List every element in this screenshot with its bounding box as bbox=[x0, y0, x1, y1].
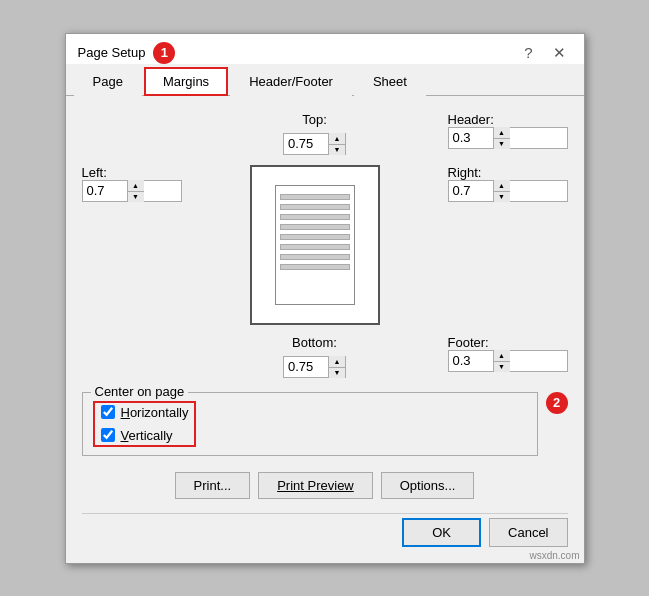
header-input[interactable] bbox=[449, 128, 493, 148]
page-setup-dialog: Page Setup 1 ? ✕ Page Margins Header/Foo… bbox=[65, 33, 585, 564]
top-field-group: Top: ▲ ▼ bbox=[283, 112, 346, 155]
header-down-btn[interactable]: ▼ bbox=[494, 138, 510, 149]
tab-page[interactable]: Page bbox=[74, 67, 142, 96]
right-down-btn[interactable]: ▼ bbox=[494, 191, 510, 202]
bottom-section: Bottom: ▲ ▼ Footer: ▲ ▼ bbox=[82, 335, 568, 378]
bottom-label: Bottom: bbox=[292, 335, 337, 350]
horizontally-checkbox[interactable] bbox=[101, 405, 115, 419]
vertically-row[interactable]: Vertically bbox=[101, 428, 189, 443]
center-on-page-group: Center on page Horizontally Vertically bbox=[82, 392, 538, 456]
left-down-btn[interactable]: ▼ bbox=[128, 191, 144, 202]
tab-margins[interactable]: Margins bbox=[144, 67, 228, 96]
right-up-btn[interactable]: ▲ bbox=[494, 180, 510, 191]
page-preview bbox=[250, 165, 380, 325]
top-label: Top: bbox=[302, 112, 327, 127]
checkboxes-highlight: Horizontally Vertically bbox=[93, 401, 197, 447]
help-button[interactable]: ? bbox=[518, 43, 538, 62]
ok-cancel-row: OK Cancel bbox=[82, 513, 568, 547]
print-preview-button[interactable]: Print Preview bbox=[258, 472, 373, 499]
footer-input[interactable] bbox=[449, 351, 493, 371]
left-label: Left: bbox=[82, 165, 107, 180]
bottom-input[interactable] bbox=[284, 357, 328, 377]
dialog-title: Page Setup bbox=[78, 45, 146, 60]
top-up-btn[interactable]: ▲ bbox=[329, 133, 345, 144]
right-label: Right: bbox=[448, 165, 482, 180]
top-spinner[interactable]: ▲ ▼ bbox=[283, 133, 346, 155]
footer-up-btn[interactable]: ▲ bbox=[494, 350, 510, 361]
horizontally-label: Horizontally bbox=[121, 405, 189, 420]
bottom-up-btn[interactable]: ▲ bbox=[329, 356, 345, 367]
bottom-spinner[interactable]: ▲ ▼ bbox=[283, 356, 346, 378]
print-button[interactable]: Print... bbox=[175, 472, 251, 499]
action-buttons: Print... Print Preview Options... bbox=[82, 472, 568, 499]
ok-button[interactable]: OK bbox=[402, 518, 481, 547]
right-field-group: Right: ▲ ▼ bbox=[448, 165, 568, 202]
left-field-group: Left: ▲ ▼ bbox=[82, 165, 182, 202]
badge-2: 2 bbox=[546, 392, 568, 414]
tab-header-footer[interactable]: Header/Footer bbox=[230, 67, 352, 96]
preview-inner bbox=[275, 185, 355, 305]
vertically-checkbox[interactable] bbox=[101, 428, 115, 442]
header-label: Header: bbox=[448, 112, 494, 127]
vertically-label: Vertically bbox=[121, 428, 173, 443]
left-up-btn[interactable]: ▲ bbox=[128, 180, 144, 191]
center-on-page-legend: Center on page bbox=[91, 384, 189, 399]
watermark: wsxdn.com bbox=[529, 550, 579, 561]
top-down-btn[interactable]: ▼ bbox=[329, 144, 345, 155]
top-input[interactable] bbox=[284, 134, 328, 154]
tabs-bar: Page Margins Header/Footer Sheet bbox=[66, 66, 584, 96]
right-input[interactable] bbox=[449, 181, 493, 201]
footer-spinner[interactable]: ▲ ▼ bbox=[448, 350, 568, 372]
badge-1: 1 bbox=[153, 42, 175, 64]
header-spinner[interactable]: ▲ ▼ bbox=[448, 127, 568, 149]
footer-label: Footer: bbox=[448, 335, 489, 350]
title-bar: Page Setup 1 ? ✕ bbox=[66, 34, 584, 64]
left-input[interactable] bbox=[83, 181, 127, 201]
header-field-group: Header: ▲ ▼ bbox=[448, 112, 568, 149]
top-section: Top: ▲ ▼ Header: ▲ ▼ bbox=[82, 112, 568, 155]
header-up-btn[interactable]: ▲ bbox=[494, 127, 510, 138]
bottom-down-btn[interactable]: ▼ bbox=[329, 367, 345, 378]
options-button[interactable]: Options... bbox=[381, 472, 475, 499]
tab-sheet[interactable]: Sheet bbox=[354, 67, 426, 96]
right-spinner[interactable]: ▲ ▼ bbox=[448, 180, 568, 202]
footer-field-group: Footer: ▲ ▼ bbox=[448, 335, 568, 372]
left-spinner[interactable]: ▲ ▼ bbox=[82, 180, 182, 202]
close-button[interactable]: ✕ bbox=[547, 43, 572, 62]
bottom-field-group: Bottom: ▲ ▼ bbox=[283, 335, 346, 378]
horizontally-row[interactable]: Horizontally bbox=[101, 405, 189, 420]
middle-section: Left: ▲ ▼ bbox=[82, 165, 568, 325]
cancel-button[interactable]: Cancel bbox=[489, 518, 567, 547]
dialog-content: Top: ▲ ▼ Header: ▲ ▼ bbox=[66, 96, 584, 563]
footer-down-btn[interactable]: ▼ bbox=[494, 361, 510, 372]
